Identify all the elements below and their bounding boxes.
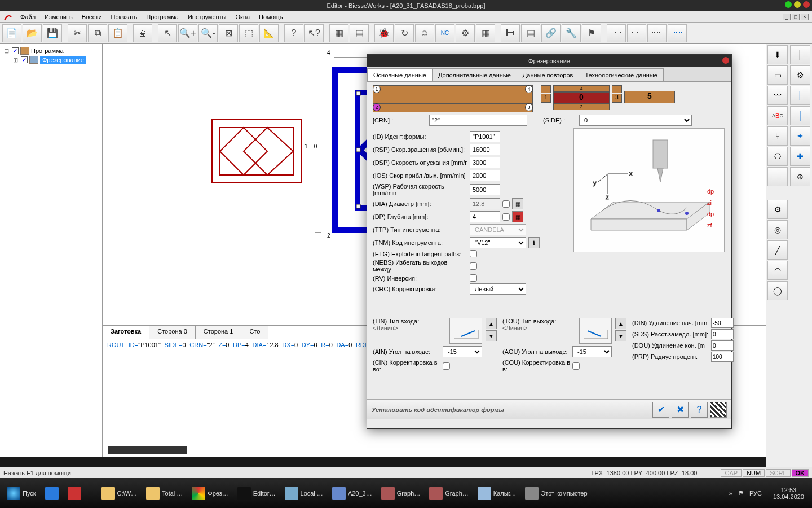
dia-btn[interactable]: ▦ bbox=[512, 198, 523, 209]
program-tree[interactable]: ⊟✔ Программа ⊞✔ Фрезерование bbox=[0, 44, 103, 457]
debug-button[interactable]: 🐞 bbox=[374, 24, 394, 42]
tray-lang[interactable]: РУС bbox=[749, 490, 762, 497]
tab-repeats[interactable]: Данные повторов bbox=[517, 68, 580, 81]
rv-check[interactable] bbox=[470, 274, 477, 282]
task-graph2[interactable]: Graph… bbox=[425, 482, 473, 505]
menu-help[interactable]: Помощь bbox=[254, 12, 288, 21]
rtool-v7-icon[interactable]: ⊕ bbox=[790, 167, 810, 186]
flag-button[interactable]: ⚑ bbox=[582, 24, 601, 42]
tin-up-button[interactable]: ▲ bbox=[486, 318, 497, 329]
rtool-target-icon[interactable]: ◎ bbox=[767, 220, 788, 239]
tray-clock[interactable]: 12:53 13.04.2020 bbox=[767, 487, 810, 500]
tab-additional[interactable]: Дополнительные данные bbox=[432, 68, 517, 81]
minimize-icon[interactable] bbox=[785, 1, 792, 8]
task-calc[interactable]: Кальк… bbox=[473, 482, 521, 505]
film-button[interactable]: 🎞 bbox=[501, 24, 520, 42]
rtool-v6-icon[interactable]: ✚ bbox=[790, 147, 810, 166]
curve4-button[interactable]: 〰 bbox=[668, 24, 687, 42]
zoom-in-button[interactable]: 🔍+ bbox=[178, 24, 197, 42]
maximize-icon[interactable] bbox=[794, 1, 801, 8]
dialog-close-icon[interactable] bbox=[722, 57, 729, 64]
dia-check[interactable] bbox=[502, 200, 510, 208]
task-graph1[interactable]: Graph… bbox=[377, 482, 425, 505]
tab-side1[interactable]: Сторона 1 bbox=[196, 326, 242, 339]
calc-button[interactable]: ▤ bbox=[521, 24, 540, 42]
rtool-abc-icon[interactable]: ABC bbox=[767, 106, 788, 125]
task-pc[interactable]: Этот компьютер bbox=[520, 482, 592, 505]
menu-insert[interactable]: Ввести bbox=[77, 12, 107, 21]
cou-check[interactable] bbox=[572, 362, 580, 370]
rtool-gear-icon[interactable]: ⚙ bbox=[767, 200, 788, 219]
side-select[interactable]: 0 bbox=[579, 115, 692, 126]
corner-selector[interactable]: 1 4 bbox=[373, 85, 533, 103]
open-button[interactable]: 📂 bbox=[23, 24, 42, 42]
prp-input[interactable] bbox=[711, 352, 734, 362]
rtool-v2-icon[interactable]: ⚙ bbox=[790, 65, 810, 85]
reload-button[interactable]: ↻ bbox=[395, 24, 414, 42]
tool1-button[interactable]: ▦ bbox=[329, 24, 348, 42]
rtool-arc-icon[interactable]: ◠ bbox=[767, 261, 788, 280]
new-button[interactable]: 📄 bbox=[2, 24, 21, 42]
tool2-button[interactable]: ▤ bbox=[350, 24, 369, 42]
dialog-titlebar[interactable]: Фрезерование bbox=[367, 55, 731, 67]
id-input[interactable] bbox=[470, 131, 500, 142]
dp-check[interactable] bbox=[502, 213, 510, 221]
rtool-drill-icon[interactable]: ⬇ bbox=[767, 45, 788, 64]
save-button[interactable]: 💾 bbox=[43, 24, 62, 42]
dp-input[interactable] bbox=[470, 211, 500, 222]
mdi-close-icon[interactable]: × bbox=[801, 14, 809, 20]
zoom-fit-button[interactable]: ⬚ bbox=[239, 24, 258, 42]
face-button[interactable]: ☺ bbox=[415, 24, 434, 42]
zoom-window-button[interactable]: ⊠ bbox=[219, 24, 238, 42]
help-button[interactable]: ? bbox=[284, 24, 303, 42]
menu-windows[interactable]: Окна bbox=[231, 12, 255, 21]
curve2-button[interactable]: 〰 bbox=[627, 24, 646, 42]
dp-btn[interactable]: ▦ bbox=[512, 211, 523, 222]
rtool-circle-icon[interactable]: ◯ bbox=[767, 281, 788, 300]
curve3-button[interactable]: 〰 bbox=[647, 24, 667, 42]
corner-selector-bottom[interactable]: 2 3 bbox=[373, 103, 533, 112]
tin-down-button[interactable]: ▼ bbox=[486, 330, 497, 341]
din-input[interactable] bbox=[711, 318, 734, 328]
task-a20[interactable]: A20_3… bbox=[328, 482, 377, 505]
etg-check[interactable] bbox=[470, 250, 477, 257]
tab-technology[interactable]: Технологические данные bbox=[579, 68, 663, 81]
curve1-button[interactable]: 〰 bbox=[607, 24, 626, 42]
rtool-v3-icon[interactable]: │ bbox=[790, 86, 810, 105]
scrollbar-h[interactable] bbox=[108, 446, 187, 454]
gear-button[interactable]: ⚙ bbox=[456, 24, 475, 42]
menu-edit[interactable]: Изменить bbox=[40, 12, 77, 21]
rtool-v5-icon[interactable]: ✦ bbox=[790, 126, 810, 146]
tnm-select[interactable]: "V12" bbox=[470, 237, 526, 248]
mdi-max-icon[interactable]: □ bbox=[792, 14, 800, 20]
rtool-curve-icon[interactable]: 〰 bbox=[767, 86, 788, 105]
context-help-button[interactable]: ↖? bbox=[304, 24, 324, 42]
menu-show[interactable]: Показать bbox=[107, 12, 142, 21]
task-total[interactable]: Total … bbox=[142, 482, 187, 505]
nebs-check[interactable] bbox=[470, 262, 477, 270]
tray-flag-icon[interactable]: ⚑ bbox=[738, 489, 744, 497]
cin-check[interactable] bbox=[443, 362, 450, 370]
rsp-input[interactable] bbox=[470, 144, 500, 155]
link-button[interactable]: 🔗 bbox=[541, 24, 561, 42]
menu-file[interactable]: Файл bbox=[16, 12, 40, 21]
taskbar-ie[interactable] bbox=[41, 482, 63, 505]
tray-chevron-icon[interactable]: » bbox=[729, 490, 732, 497]
rtool-hex-icon[interactable]: ⎔ bbox=[767, 147, 788, 166]
task-editor[interactable]: Editor… bbox=[233, 482, 280, 505]
tree-root[interactable]: ⊟✔ Программа bbox=[2, 46, 100, 55]
aou-select[interactable]: -15 bbox=[572, 346, 612, 357]
tou-down-button[interactable]: ▼ bbox=[615, 330, 626, 341]
task-cw[interactable]: C:\W… bbox=[97, 482, 142, 505]
copy-button[interactable]: ⧉ bbox=[88, 24, 107, 42]
task-chrome[interactable]: Фрез… bbox=[187, 482, 232, 505]
ios-input[interactable] bbox=[470, 170, 500, 181]
dou-input[interactable] bbox=[711, 340, 734, 351]
task-local[interactable]: Local … bbox=[280, 482, 328, 505]
tnm-info-btn[interactable]: ℹ bbox=[528, 237, 540, 248]
paste-button[interactable]: 📋 bbox=[108, 24, 127, 42]
zoom-out-button[interactable]: 🔍- bbox=[198, 24, 218, 42]
close-icon[interactable] bbox=[803, 1, 810, 8]
nc-button[interactable]: NC bbox=[435, 24, 454, 42]
crn-input[interactable] bbox=[429, 115, 527, 126]
